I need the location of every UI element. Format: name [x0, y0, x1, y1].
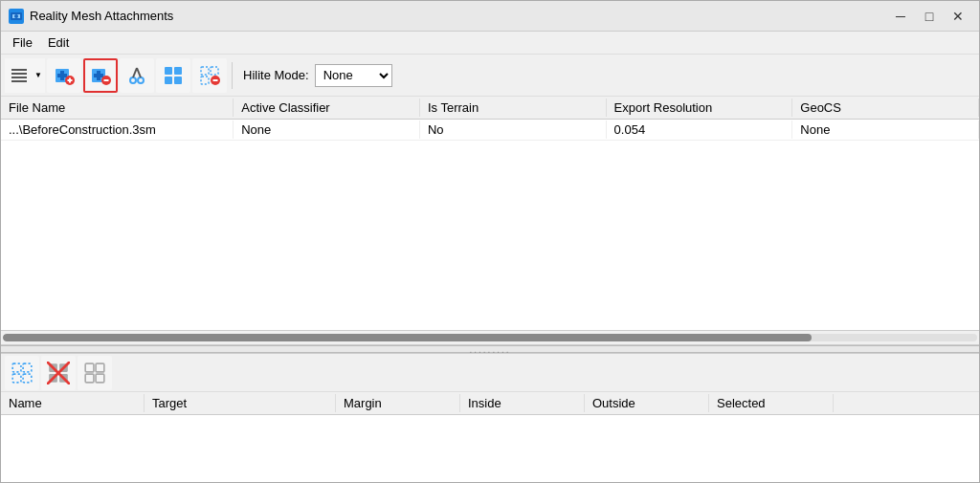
svg-rect-17	[104, 79, 109, 81]
lower-table-body	[1, 415, 979, 482]
svg-line-20	[133, 68, 137, 77]
svg-rect-42	[96, 363, 104, 372]
lower-col-inside: Inside	[460, 394, 585, 412]
lower-remove-button[interactable]	[41, 356, 76, 390]
svg-rect-23	[174, 67, 182, 75]
svg-rect-28	[201, 77, 209, 84]
lower-table-header: Name Target Margin Inside Outside Select…	[1, 392, 979, 415]
svg-rect-9	[57, 74, 67, 77]
minimize-button[interactable]: ─	[887, 6, 914, 27]
title-bar: Reality Mesh Attachments ─ □ ✕	[1, 1, 979, 32]
h-scrollbar[interactable]	[3, 334, 977, 341]
lower-col-name: Name	[1, 394, 145, 412]
h-scrollbar-area	[1, 330, 979, 345]
col-geocs: GeoCS	[792, 99, 979, 117]
cell-export-resolution: 0.054	[607, 121, 793, 139]
svg-rect-34	[23, 374, 32, 383]
svg-rect-27	[211, 67, 218, 75]
content-area: File Name Active Classifier Is Terrain E…	[1, 97, 979, 482]
menu-file[interactable]: File	[5, 33, 40, 52]
lower-col-target: Target	[145, 394, 336, 412]
svg-rect-26	[201, 67, 209, 75]
svg-rect-12	[69, 77, 71, 82]
divider-handle[interactable]: .........	[1, 345, 979, 353]
svg-rect-4	[11, 73, 27, 75]
cell-is-terrain: No	[420, 121, 607, 139]
upper-table-body: ...\BeforeConstruction.3sm None No 0.054…	[1, 120, 979, 330]
menu-edit[interactable]: Edit	[40, 33, 77, 52]
hilite-mode-select[interactable]: None All Selected	[315, 64, 392, 87]
svg-rect-31	[12, 363, 21, 372]
lower-toolbar	[1, 354, 979, 392]
svg-rect-43	[85, 374, 94, 383]
cell-active-classifier: None	[234, 121, 420, 139]
lower-col-outside: Outside	[585, 394, 709, 412]
svg-rect-24	[165, 77, 172, 84]
svg-point-2	[14, 14, 18, 18]
select-button[interactable]	[192, 58, 227, 93]
upper-table-header: File Name Active Classifier Is Terrain E…	[1, 97, 979, 120]
col-filename: File Name	[1, 99, 234, 117]
svg-line-21	[137, 68, 141, 77]
cell-geocs: None	[792, 121, 979, 139]
close-button[interactable]: ✕	[945, 6, 971, 27]
grid-button[interactable]	[156, 58, 190, 93]
col-active-classifier: Active Classifier	[234, 99, 420, 117]
cell-filename: ...\BeforeConstruction.3sm	[1, 121, 234, 139]
svg-rect-6	[11, 80, 27, 82]
svg-rect-30	[213, 79, 218, 81]
svg-rect-15	[94, 74, 103, 77]
svg-rect-44	[96, 374, 104, 383]
toolbar-separator	[232, 62, 233, 89]
upper-table: File Name Active Classifier Is Terrain E…	[1, 97, 979, 330]
hilite-mode-label: Hilite Mode:	[243, 68, 309, 82]
col-export-resolution: Export Resolution	[607, 99, 793, 117]
window-controls: ─ □ ✕	[887, 6, 971, 27]
cut-button[interactable]	[120, 58, 154, 93]
add-attachment-button[interactable]	[47, 58, 81, 93]
lower-add-button[interactable]	[5, 356, 39, 390]
svg-rect-22	[165, 67, 172, 75]
window-icon	[9, 9, 24, 24]
list-view-main[interactable]	[5, 58, 32, 93]
menu-bar: File Edit	[1, 32, 979, 55]
table-row[interactable]: ...\BeforeConstruction.3sm None No 0.054…	[1, 120, 979, 141]
window-title: Reality Mesh Attachments	[30, 9, 887, 23]
lower-col-margin: Margin	[336, 394, 460, 412]
svg-rect-41	[85, 363, 94, 372]
list-view-button[interactable]: ▼	[5, 58, 45, 93]
svg-rect-3	[11, 69, 27, 71]
maximize-button[interactable]: □	[916, 6, 943, 27]
list-view-arrow[interactable]: ▼	[32, 58, 45, 93]
remove-attachment-button[interactable]	[83, 58, 118, 93]
svg-rect-32	[23, 363, 32, 372]
svg-point-18	[130, 77, 136, 83]
toolbar: ▼	[1, 55, 979, 97]
col-is-terrain: Is Terrain	[420, 99, 607, 117]
main-window: Reality Mesh Attachments ─ □ ✕ File Edit…	[0, 0, 980, 483]
lower-col-selected: Selected	[709, 394, 834, 412]
lower-select-button[interactable]	[78, 356, 112, 390]
h-scrollbar-thumb	[3, 334, 812, 341]
svg-point-19	[138, 77, 144, 83]
svg-rect-33	[12, 374, 21, 383]
lower-section: Name Target Margin Inside Outside Select…	[1, 353, 979, 482]
svg-rect-25	[174, 77, 182, 84]
svg-rect-5	[11, 77, 27, 78]
